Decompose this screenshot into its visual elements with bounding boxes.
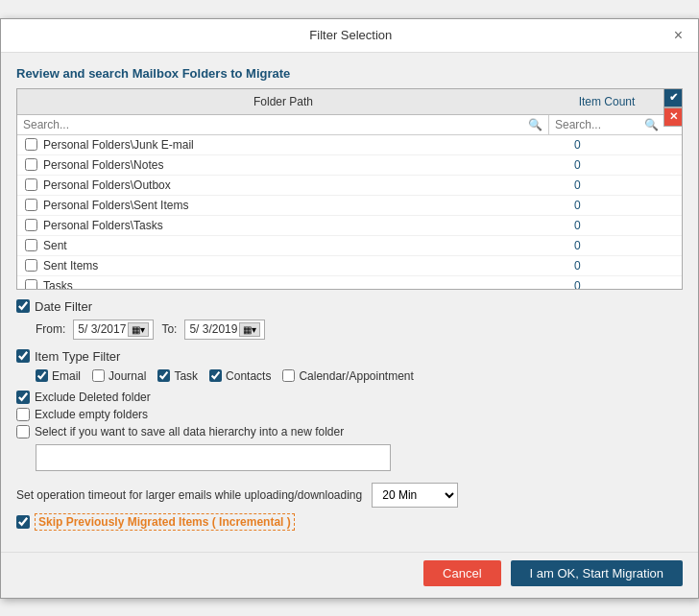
item-type-option: Email — [36, 369, 81, 383]
save-hierarchy-checkbox[interactable] — [16, 425, 30, 438]
hierarchy-folder-input[interactable] — [36, 444, 391, 471]
skip-label[interactable]: Skip Previously Migrated Items ( Increme… — [35, 513, 295, 531]
row-count-cell: 0 — [566, 217, 682, 234]
item-type-option-label[interactable]: Task — [174, 369, 198, 383]
search-row: 🔍 🔍 — [17, 115, 682, 135]
row-path-cell: Sent Items — [17, 257, 566, 274]
count-search-icon: 🔍 — [644, 118, 659, 131]
title-bar: Filter Selection × — [1, 19, 698, 53]
row-path-cell: Personal Folders\Notes — [17, 156, 566, 174]
from-label: From: — [36, 322, 65, 336]
exclude-empty-row: Exclude empty folders — [16, 408, 683, 421]
date-range-row: From: 5/ 3/2017 ▦▾ To: 5/ 3/2019 ▦▾ — [36, 320, 683, 340]
to-date-input[interactable]: 5/ 3/2019 ▦▾ — [184, 320, 265, 340]
from-date-value: 5/ 3/2017 — [78, 322, 126, 336]
item-type-option: Calendar/Appointment — [282, 369, 413, 383]
row-checkbox[interactable] — [25, 158, 37, 171]
item-type-filter-label[interactable]: Item Type Filter — [35, 349, 120, 364]
exclude-empty-label[interactable]: Exclude empty folders — [35, 408, 148, 421]
row-path-cell: Sent — [17, 237, 566, 254]
item-type-option: Task — [157, 369, 198, 383]
row-checkbox[interactable] — [25, 219, 37, 231]
close-button[interactable]: × — [670, 27, 687, 44]
table-row: Sent 0 — [17, 236, 682, 256]
item-type-filter-row: Item Type Filter — [16, 349, 683, 364]
cancel-button[interactable]: Cancel — [423, 560, 500, 586]
item-type-option: Contacts — [209, 369, 271, 383]
to-date-value: 5/ 3/2019 — [189, 322, 237, 336]
footer: Cancel I am OK, Start Migration — [1, 552, 698, 598]
item-type-option-label[interactable]: Calendar/Appointment — [299, 369, 413, 383]
timeout-row: Set operation timeout for larger emails … — [16, 483, 683, 508]
row-checkbox[interactable] — [25, 199, 37, 211]
row-count-cell: 0 — [566, 237, 682, 254]
item-type-option-label[interactable]: Contacts — [226, 369, 271, 383]
timeout-label: Set operation timeout for larger emails … — [16, 488, 362, 502]
count-search-input[interactable] — [555, 118, 640, 131]
row-path-text: Personal Folders\Junk E-mail — [43, 138, 194, 152]
item-type-checkbox[interactable] — [209, 369, 222, 382]
from-date-picker-button[interactable]: ▦▾ — [128, 322, 149, 337]
table-row: Personal Folders\Outbox 0 — [17, 176, 682, 196]
to-date-picker-button[interactable]: ▦▾ — [239, 322, 260, 337]
from-date-input[interactable]: 5/ 3/2017 ▦▾ — [73, 320, 154, 340]
save-hierarchy-label[interactable]: Select if you want to save all data hier… — [35, 425, 344, 438]
row-checkbox[interactable] — [25, 279, 37, 289]
exclude-deleted-label[interactable]: Exclude Deleted folder — [35, 391, 151, 404]
table-row: Personal Folders\Tasks 0 — [17, 216, 682, 236]
select-all-button[interactable]: ✔ — [663, 88, 683, 107]
row-checkbox[interactable] — [25, 178, 37, 191]
row-path-text: Tasks — [43, 279, 73, 289]
date-filter-row: Date Filter — [16, 299, 683, 314]
timeout-select[interactable]: 5 Min 10 Min 20 Min 30 Min 60 Min — [372, 483, 458, 508]
item-type-checkbox[interactable] — [36, 369, 48, 382]
exclude-deleted-checkbox[interactable] — [16, 391, 30, 404]
save-hierarchy-row: Select if you want to save all data hier… — [16, 425, 683, 438]
row-checkbox[interactable] — [25, 138, 37, 151]
item-type-filter-checkbox[interactable] — [16, 349, 30, 363]
folder-table: Folder Path Item Count 🔍 🔍 — [16, 88, 683, 290]
table-header: Folder Path Item Count — [17, 89, 682, 115]
exclude-empty-checkbox[interactable] — [16, 408, 30, 421]
item-type-filter-section: Item Type Filter Email Journal Task Cont… — [16, 349, 683, 383]
row-path-text: Sent — [43, 239, 67, 252]
date-filter-label[interactable]: Date Filter — [35, 299, 92, 314]
row-checkbox[interactable] — [25, 259, 37, 272]
row-path-text: Personal Folders\Outbox — [43, 178, 171, 192]
item-type-option-label[interactable]: Email — [52, 369, 81, 383]
row-checkbox[interactable] — [25, 239, 37, 251]
to-label: To: — [161, 322, 177, 336]
ok-button[interactable]: I am OK, Start Migration — [511, 560, 683, 586]
path-search-cell: 🔍 — [17, 115, 549, 134]
row-count-cell: 0 — [566, 197, 682, 214]
date-filter-section: Date Filter From: 5/ 3/2017 ▦▾ To: 5/ 3/… — [16, 299, 683, 340]
table-row: Sent Items 0 — [17, 256, 682, 276]
filter-dialog: Filter Selection × Review and search Mai… — [0, 18, 699, 599]
row-path-text: Personal Folders\Tasks — [43, 219, 163, 232]
row-path-cell: Tasks — [17, 277, 566, 289]
row-count-cell: 0 — [566, 156, 682, 174]
dialog-title: Filter Selection — [32, 28, 670, 42]
table-row: Personal Folders\Junk E-mail 0 — [17, 135, 682, 155]
row-path-text: Personal Folders\Sent Items — [43, 199, 188, 212]
item-type-option-label[interactable]: Journal — [108, 369, 146, 383]
item-type-options: Email Journal Task Contacts Calendar/App… — [36, 369, 683, 383]
date-filter-checkbox[interactable] — [16, 299, 30, 313]
corner-buttons: ✔ ✕ — [663, 88, 683, 127]
path-search-icon: 🔍 — [528, 118, 542, 131]
table-row: Personal Folders\Notes 0 — [17, 155, 682, 176]
skip-checkbox[interactable] — [16, 515, 30, 529]
path-search-input[interactable] — [23, 118, 524, 131]
col-path-header: Folder Path — [17, 93, 549, 110]
item-type-checkbox[interactable] — [157, 369, 170, 382]
exclude-deleted-row: Exclude Deleted folder — [16, 391, 683, 404]
item-type-checkbox[interactable] — [282, 369, 295, 382]
row-path-text: Personal Folders\Notes — [43, 158, 163, 172]
dialog-content: Review and search Mailbox Folders to Mig… — [1, 53, 698, 552]
folder-table-wrapper: Folder Path Item Count 🔍 🔍 — [16, 88, 683, 290]
row-count-cell: 0 — [566, 257, 682, 274]
item-type-checkbox[interactable] — [92, 369, 105, 382]
deselect-all-button[interactable]: ✕ — [663, 107, 683, 127]
row-path-cell: Personal Folders\Tasks — [17, 217, 566, 234]
row-path-cell: Personal Folders\Outbox — [17, 177, 566, 194]
